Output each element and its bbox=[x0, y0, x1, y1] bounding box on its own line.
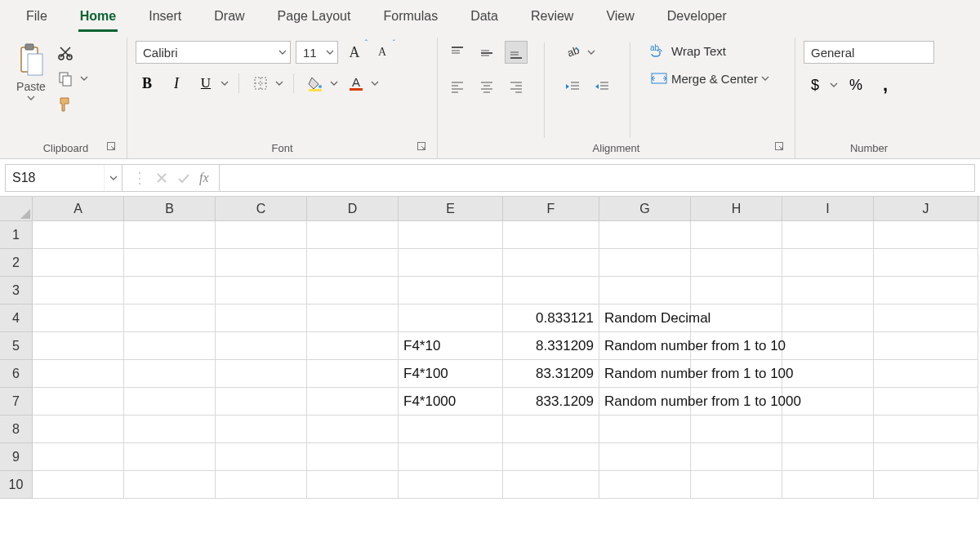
accounting-format-button[interactable]: $ bbox=[804, 73, 826, 96]
tab-home[interactable]: Home bbox=[64, 2, 132, 32]
cell[interactable] bbox=[307, 304, 399, 332]
dialog-launcher-icon[interactable] bbox=[775, 142, 786, 153]
cell[interactable] bbox=[307, 249, 399, 277]
row-header-6[interactable]: 6 bbox=[0, 360, 33, 388]
cell[interactable] bbox=[216, 221, 307, 249]
cell[interactable] bbox=[124, 360, 216, 388]
decrease-font-button[interactable]: Aˇ bbox=[371, 41, 394, 64]
dialog-launcher-icon[interactable] bbox=[417, 142, 429, 153]
select-all-corner[interactable] bbox=[0, 197, 33, 220]
name-box-dropdown[interactable] bbox=[104, 165, 122, 191]
cell[interactable] bbox=[216, 360, 307, 388]
chevron-down-icon[interactable] bbox=[830, 82, 838, 88]
cell[interactable] bbox=[782, 443, 874, 471]
cell[interactable] bbox=[874, 388, 978, 416]
cell[interactable] bbox=[399, 277, 503, 304]
cell[interactable] bbox=[874, 304, 978, 332]
percent-format-button[interactable]: % bbox=[844, 73, 867, 96]
align-bottom-button[interactable] bbox=[505, 41, 528, 64]
cell[interactable] bbox=[691, 471, 782, 499]
cell[interactable] bbox=[124, 416, 216, 443]
cell[interactable] bbox=[307, 388, 399, 416]
cell[interactable] bbox=[874, 360, 978, 388]
italic-button[interactable]: I bbox=[165, 72, 188, 95]
dialog-launcher-icon[interactable] bbox=[107, 142, 118, 153]
cell[interactable] bbox=[782, 277, 874, 304]
comma-format-button[interactable]: , bbox=[874, 73, 897, 96]
tab-formulas[interactable]: Formulas bbox=[367, 2, 454, 32]
number-format-select[interactable]: General bbox=[804, 41, 934, 64]
cell-G7[interactable]: Random number from 1 to 1000 bbox=[599, 388, 691, 416]
col-header-J[interactable]: J bbox=[874, 197, 978, 220]
font-name-select[interactable]: Calibri bbox=[136, 41, 291, 64]
cell[interactable] bbox=[874, 249, 978, 277]
cell[interactable] bbox=[599, 221, 691, 249]
chevron-down-icon[interactable] bbox=[371, 80, 379, 87]
cell[interactable] bbox=[307, 221, 399, 249]
chevron-down-icon[interactable] bbox=[80, 75, 88, 82]
cell[interactable] bbox=[124, 277, 216, 304]
cell-F7[interactable]: 833.1209 bbox=[503, 388, 599, 416]
cell[interactable] bbox=[782, 332, 874, 360]
cell[interactable] bbox=[399, 249, 503, 277]
fill-color-button[interactable] bbox=[304, 72, 327, 95]
row-header-3[interactable]: 3 bbox=[0, 277, 33, 304]
formula-bar[interactable] bbox=[220, 164, 975, 192]
cell[interactable] bbox=[599, 416, 691, 443]
cell[interactable] bbox=[691, 221, 782, 249]
cell[interactable] bbox=[599, 277, 691, 304]
cell[interactable] bbox=[503, 416, 599, 443]
copy-button[interactable] bbox=[54, 67, 77, 90]
row-header-4[interactable]: 4 bbox=[0, 304, 33, 332]
paste-button[interactable]: Paste bbox=[13, 41, 49, 103]
cell-E6[interactable]: F4*100 bbox=[399, 360, 503, 388]
cell[interactable] bbox=[124, 249, 216, 277]
cell[interactable] bbox=[307, 332, 399, 360]
cell[interactable] bbox=[782, 471, 874, 499]
cell[interactable] bbox=[124, 304, 216, 332]
cell[interactable] bbox=[399, 221, 503, 249]
tab-insert[interactable]: Insert bbox=[132, 2, 198, 32]
col-header-G[interactable]: G bbox=[599, 197, 691, 220]
wrap-text-button[interactable]: ab Wrap Text bbox=[647, 41, 773, 60]
tab-view[interactable]: View bbox=[590, 2, 650, 32]
cell[interactable] bbox=[782, 249, 874, 277]
align-right-button[interactable] bbox=[505, 75, 528, 98]
col-header-H[interactable]: H bbox=[691, 197, 782, 220]
tab-page-layout[interactable]: Page Layout bbox=[261, 2, 368, 32]
cell[interactable] bbox=[216, 249, 307, 277]
cell[interactable] bbox=[307, 471, 399, 499]
cell[interactable] bbox=[503, 221, 599, 249]
col-header-D[interactable]: D bbox=[307, 197, 399, 220]
col-header-A[interactable]: A bbox=[33, 197, 124, 220]
name-box[interactable] bbox=[5, 164, 122, 192]
cell[interactable] bbox=[399, 304, 503, 332]
cell[interactable] bbox=[124, 332, 216, 360]
merge-center-button[interactable]: Merge & Center bbox=[647, 69, 773, 88]
tab-developer[interactable]: Developer bbox=[651, 2, 743, 32]
cell-G4[interactable]: Random Decimal bbox=[599, 304, 691, 332]
cell[interactable] bbox=[216, 388, 307, 416]
cell[interactable] bbox=[216, 443, 307, 471]
cell[interactable] bbox=[503, 249, 599, 277]
cell[interactable] bbox=[874, 221, 978, 249]
increase-indent-button[interactable] bbox=[590, 75, 613, 98]
cell[interactable] bbox=[124, 388, 216, 416]
cell[interactable] bbox=[503, 443, 599, 471]
cell-F6[interactable]: 83.31209 bbox=[503, 360, 599, 388]
cell[interactable] bbox=[33, 360, 124, 388]
cell[interactable] bbox=[33, 332, 124, 360]
chevron-down-icon[interactable] bbox=[220, 80, 229, 87]
cell[interactable] bbox=[782, 360, 874, 388]
name-box-input[interactable] bbox=[6, 165, 104, 191]
cell[interactable] bbox=[782, 221, 874, 249]
align-left-button[interactable] bbox=[446, 75, 469, 98]
cell[interactable] bbox=[124, 471, 216, 499]
cell-F5[interactable]: 8.331209 bbox=[503, 332, 599, 360]
col-header-I[interactable]: I bbox=[782, 197, 874, 220]
row-header-2[interactable]: 2 bbox=[0, 249, 33, 277]
font-color-button[interactable]: A bbox=[345, 72, 368, 95]
align-top-button[interactable] bbox=[446, 41, 469, 64]
cell[interactable] bbox=[307, 360, 399, 388]
row-header-8[interactable]: 8 bbox=[0, 416, 33, 443]
